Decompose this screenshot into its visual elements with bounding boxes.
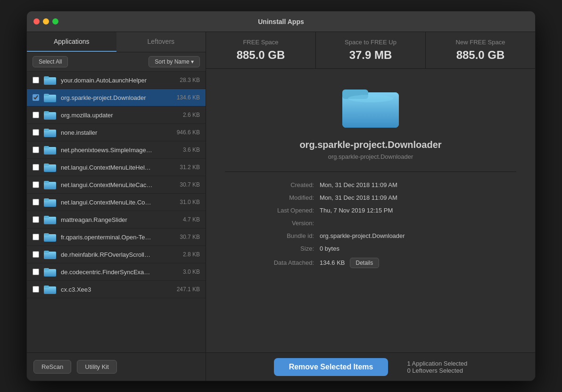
tab-bar: Applications Leftovers [27,32,206,52]
detail-folder-icon [342,83,399,130]
detail-created-row: Created: Mon, 31 Dec 2018 11:09 AM [253,181,488,188]
window-title: Uninstall Apps [258,18,304,25]
detail-last-opened-row: Last Opened: Thu, 7 Nov 2019 12:15 PM [253,207,488,214]
list-item[interactable]: net.langui.ContextMenuLiteHel…31.2 KB [27,159,206,176]
app-checkbox[interactable] [33,112,39,118]
folder-icon [44,267,56,277]
list-item[interactable]: org.mozilla.updater2.6 KB [27,106,206,124]
folder-icon [44,249,56,260]
list-toolbar: Select All Sort by Name ▾ [27,52,206,72]
list-item[interactable]: fr.qparis.openterminal.Open-Te…30.7 KB [27,229,206,246]
app-size: 28.3 KB [180,77,200,83]
list-item[interactable]: de.codecentric.FinderSyncExa…3.0 KB [27,263,206,281]
app-checkbox[interactable] [33,129,39,136]
right-panel: FREE Space885.0 GBSpace to FREE Up37.9 M… [206,32,535,381]
rescan-button[interactable]: ReScan [33,360,71,374]
stat-label: New FREE Space [433,39,528,46]
app-checkbox[interactable] [33,94,39,101]
details-button[interactable]: Details [350,258,380,268]
detail-version-row: Version: [253,220,488,227]
app-checkbox[interactable] [33,216,39,223]
svg-rect-9 [44,146,49,148]
app-size: 30.7 KB [180,181,200,188]
app-name: net.phoenixtoews.SimpleImage… [61,147,179,154]
remove-selected-button[interactable]: Remove Selected Items [274,358,388,376]
app-size: 134.6 KB [177,94,200,101]
main-content: Applications Leftovers Select All Sort b… [27,32,535,381]
list-item[interactable]: net.langui.ContextMenuLite.Co…31.0 KB [27,194,206,211]
app-checkbox[interactable] [33,164,39,171]
select-all-button[interactable]: Select All [33,56,68,67]
app-size: 31.0 KB [180,199,200,205]
traffic-lights [33,18,58,24]
created-value: Mon, 31 Dec 2018 11:09 AM [320,181,397,188]
utility-kit-button[interactable]: Utility Kit [77,360,117,374]
folder-icon [44,110,56,120]
folder-icon [44,162,56,172]
minimize-button[interactable] [43,18,49,24]
list-item[interactable]: org.sparkle-project.Downloader134.6 KB [27,89,206,106]
folder-icon [44,127,56,138]
app-name: net.langui.ContextMenuLite.Co… [61,199,176,206]
data-attached-value: 134.6 KB [320,259,345,266]
modified-label: Modified: [253,194,314,201]
stat-item: FREE Space885.0 GB [206,32,316,68]
list-item[interactable]: net.langui.ContextMenuLiteCac…30.7 KB [27,176,206,194]
folder-icon [44,75,56,85]
list-item[interactable]: cx.c3.Xee3247.1 KB [27,281,206,298]
detail-table: Created: Mon, 31 Dec 2018 11:09 AM Modif… [253,181,488,274]
app-name: org.mozilla.updater [61,112,179,119]
list-item[interactable]: your.domain.AutoLaunchHelper28.3 KB [27,72,206,89]
app-size: 2.8 KB [183,251,200,258]
app-name: de.rheinfabrik.RFOverlayScroll… [61,251,179,258]
list-item[interactable]: de.rheinfabrik.RFOverlayScroll…2.8 KB [27,246,206,263]
detail-area: org.sparkle-project.Downloader org.spark… [206,69,535,352]
detail-modified-row: Modified: Mon, 31 Dec 2018 11:09 AM [253,194,488,201]
app-size: 247.1 KB [177,286,200,293]
app-name: none.installer [61,129,173,136]
tab-applications[interactable]: Applications [27,32,116,52]
app-checkbox[interactable] [33,234,39,240]
version-label: Version: [253,220,314,227]
title-bar: Uninstall Apps [27,11,535,32]
app-checkbox[interactable] [33,199,39,205]
stats-bar: FREE Space885.0 GBSpace to FREE Up37.9 M… [206,32,535,69]
last-opened-value: Thu, 7 Nov 2019 12:15 PM [320,207,393,214]
app-list[interactable]: your.domain.AutoLaunchHelper28.3 KB org.… [27,72,206,352]
svg-rect-13 [44,181,49,183]
sidebar-bottom-bar: ReScan Utility Kit [27,352,206,381]
list-item[interactable]: mattreagan.RangeSlider4.7 KB [27,211,206,229]
app-size: 3.6 KB [183,147,200,153]
app-window: Uninstall Apps Applications Leftovers Se… [26,11,536,381]
stat-value: 885.0 GB [433,49,528,62]
app-checkbox[interactable] [33,77,39,83]
svg-rect-5 [44,111,49,114]
app-size: 3.0 KB [183,269,200,275]
app-checkbox[interactable] [33,251,39,258]
detail-data-attached-row: Data Attached: 134.6 KB Details [253,258,488,268]
maximize-button[interactable] [52,18,58,24]
action-bar: Remove Selected Items 1 Application Sele… [206,352,535,381]
svg-rect-17 [44,216,49,218]
svg-rect-1 [44,76,49,79]
sort-button[interactable]: Sort by Name ▾ [149,56,200,67]
svg-rect-11 [44,163,49,166]
detail-bundle-subtitle: org.sparkle-project.Downloader [328,153,413,160]
app-size: 4.7 KB [183,216,200,223]
svg-rect-23 [44,268,49,270]
stat-item: New FREE Space885.0 GB [426,32,535,68]
app-checkbox[interactable] [33,147,39,153]
tab-leftovers[interactable]: Leftovers [116,32,206,52]
app-checkbox[interactable] [33,181,39,188]
app-selected-count: 1 Application Selected [407,360,467,367]
app-size: 30.7 KB [180,234,200,240]
app-checkbox[interactable] [33,269,39,275]
list-item[interactable]: none.installer946.6 KB [27,124,206,141]
svg-rect-21 [44,251,49,253]
folder-icon [44,214,56,225]
close-button[interactable] [33,18,40,24]
modified-value: Mon, 31 Dec 2018 11:09 AM [320,194,397,201]
size-value: 0 bytes [320,245,339,252]
list-item[interactable]: net.phoenixtoews.SimpleImage…3.6 KB [27,141,206,159]
app-checkbox[interactable] [33,286,39,293]
